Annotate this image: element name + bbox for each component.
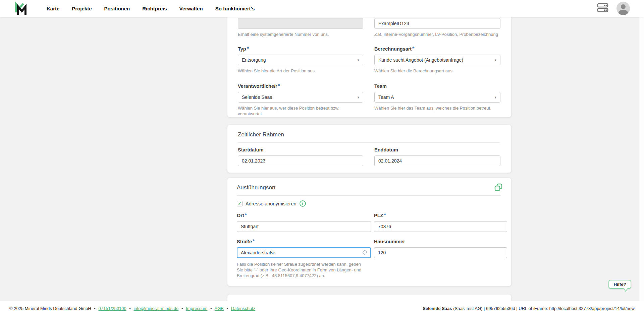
session-info: (Saas Test AG) | 69576255536d | URL of i… (452, 306, 635, 311)
strasse-label: Straße (237, 239, 252, 244)
top-navbar: Karte Projekte Positionen Richtpreis Ver… (0, 0, 644, 17)
strasse-helper: Falls die Position keiner Straße zugeord… (237, 261, 362, 278)
hausnummer-input[interactable] (374, 247, 507, 258)
nav-item-richtpreis[interactable]: Richtpreis (142, 6, 167, 11)
team-label: Team (374, 83, 387, 89)
required-asterisk: * (384, 212, 386, 218)
help-button-label: Hilfe? (613, 282, 626, 287)
nav-item-projekte[interactable]: Projekte (72, 6, 92, 11)
required-asterisk: * (253, 239, 255, 244)
card-ausfuehrungsort: Ausführungsort ✓ Adresse anonymisieren i… (227, 178, 512, 286)
agb-link[interactable]: AGB (215, 306, 224, 311)
external-id-helper: Z.B. Interne-Vorgangsnummer, LV-Position… (374, 31, 500, 37)
verantwortliche-select-value: Selenide Saas (242, 94, 272, 100)
external-id-input[interactable] (374, 18, 500, 29)
separator: • (210, 306, 212, 311)
anonymize-row: ✓ Adresse anonymisieren i (237, 200, 506, 207)
berechnungsart-helper: Wählen Sie hier die Berechnungsart aus. (374, 68, 500, 74)
help-button[interactable]: Hilfe? (608, 280, 631, 289)
footer-left: © 2025 Mineral Minds Deutschland GmbH • … (9, 306, 255, 311)
plz-input[interactable] (374, 221, 507, 232)
nav-item-so-funktionierts[interactable]: So funktioniert's (215, 6, 255, 11)
mineral-minds-logo-icon[interactable] (13, 1, 28, 16)
anonymize-checkbox[interactable]: ✓ (237, 201, 243, 206)
typ-select[interactable]: Entsorgung ▾ (238, 55, 363, 65)
footer: © 2025 Mineral Minds Deutschland GmbH • … (0, 301, 644, 316)
berechnungsart-label: Berechnungsart (374, 46, 412, 52)
plz-label: PLZ (374, 213, 383, 218)
section-divider (238, 142, 500, 143)
card-general: Erhält eine systemgenerierte Nummer von … (227, 0, 512, 117)
enddatum-input[interactable] (374, 155, 500, 166)
loading-spinner-icon (363, 250, 367, 255)
required-asterisk: * (247, 46, 249, 52)
server-icon[interactable] (597, 3, 608, 14)
enddatum-label: Enddatum (374, 147, 398, 152)
chevron-down-icon: ▾ (357, 95, 359, 100)
datenschutz-link[interactable]: Datenschutz (231, 306, 255, 311)
required-asterisk: * (412, 46, 414, 52)
required-asterisk: * (278, 83, 280, 89)
section-title-zeitlicher-rahmen: Zeitlicher Rahmen (238, 125, 500, 138)
anonymize-label: Adresse anonymisieren (246, 201, 297, 206)
chevron-down-icon: ▾ (357, 58, 359, 62)
avatar-head (621, 4, 626, 9)
separator: • (181, 306, 183, 311)
separator: • (227, 306, 228, 311)
system-number-helper: Erhält eine systemgenerierte Nummer von … (238, 31, 363, 37)
typ-label-row: Typ* (238, 46, 363, 52)
avatar-shoulders (619, 10, 628, 15)
strasse-input[interactable] (237, 247, 371, 258)
typ-label: Typ (238, 46, 246, 52)
ort-input[interactable] (237, 221, 371, 232)
berechnungsart-label-row: Berechnungsart* (374, 46, 500, 52)
user-avatar[interactable] (616, 2, 630, 15)
team-helper: Wählen Sie hier das Team aus, welches di… (374, 105, 500, 111)
system-number-input (238, 18, 363, 29)
impressum-link[interactable]: Impressum (186, 306, 207, 311)
berechnungsart-select-value: Kunde sucht Angebot (Angebotsanfrage) (378, 57, 463, 63)
info-icon[interactable]: i (300, 200, 306, 207)
separator: • (94, 306, 96, 311)
session-user-name: Selenide Saas (423, 306, 452, 311)
separator: • (129, 306, 131, 311)
phone-link[interactable]: 07151/250100 (99, 306, 126, 311)
section-divider (237, 195, 501, 196)
typ-helper: Wählen Sie hier die Art der Position aus… (238, 68, 363, 74)
footer-right: Selenide Saas (Saas Test AG) | 695762555… (423, 306, 635, 311)
verantwortliche-helper: Wählen Sie hier aus, wer diese Position … (238, 105, 363, 117)
copy-icon[interactable] (494, 183, 502, 193)
main-nav: Karte Projekte Positionen Richtpreis Ver… (47, 6, 255, 11)
required-asterisk: * (245, 212, 247, 218)
verantwortliche-label: Verantwortliche/r (238, 83, 277, 89)
typ-select-value: Entsorgung (242, 57, 266, 63)
startdatum-label: Startdatum (238, 147, 264, 152)
email-link[interactable]: info@mineral-minds.de (133, 306, 178, 311)
ort-label: Ort (237, 213, 244, 218)
team-select[interactable]: Team A ▾ (374, 92, 500, 103)
scrollbar-track[interactable] (639, 0, 644, 316)
team-label-row: Team (374, 83, 500, 89)
startdatum-input[interactable] (238, 155, 363, 166)
chevron-down-icon: ▾ (494, 58, 496, 62)
verantwortliche-select[interactable]: Selenide Saas ▾ (238, 92, 363, 103)
chevron-down-icon: ▾ (494, 95, 496, 100)
nav-item-verwalten[interactable]: Verwalten (179, 6, 203, 11)
strasse-helper-suffix: an. (318, 273, 325, 278)
team-select-value: Team A (378, 94, 394, 100)
card-zeitlicher-rahmen: Zeitlicher Rahmen Startdatum Enddatum (227, 125, 512, 173)
section-title-ausfuehrungsort: Ausführungsort (237, 178, 506, 191)
hausnummer-label: Hausnummer (374, 239, 405, 244)
nav-item-karte[interactable]: Karte (47, 6, 59, 11)
strasse-helper-coords: (z.B.: 48.8115607,9.4077422) (261, 273, 318, 278)
nav-item-positionen[interactable]: Positionen (104, 6, 130, 11)
berechnungsart-select[interactable]: Kunde sucht Angebot (Angebotsanfrage) ▾ (374, 55, 500, 65)
verantwortliche-label-row: Verantwortliche/r* (238, 83, 363, 89)
copyright-text: © 2025 Mineral Minds Deutschland GmbH (9, 306, 91, 311)
